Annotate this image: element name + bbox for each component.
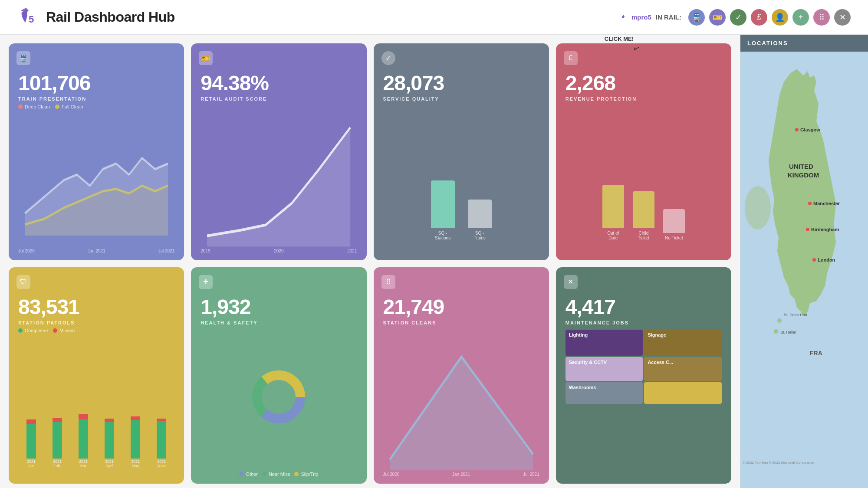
nav-dots-button[interactable]: ⠿ [813, 9, 830, 26]
no-ticket-bar [663, 209, 685, 233]
other-label: Other [246, 472, 258, 477]
missed-label: Missed [59, 328, 75, 333]
legend-missed: Missed [53, 328, 75, 333]
retail-audit-chart [201, 106, 357, 247]
train-presentation-card: 🚆 101,706 TRAIN PRESENTATION Deep Clean … [9, 43, 184, 260]
maintenance-jobs-card: ✕ 4,417 MAINTENANCE JOBS Lighting Signag… [556, 267, 731, 484]
svg-marker-3 [207, 128, 350, 247]
security-cctv-cell: Security & CCTV [566, 357, 643, 381]
svg-marker-7 [390, 357, 533, 470]
svg-text:FRA: FRA [810, 350, 822, 357]
slip-trip-label: Slip/Trip [301, 472, 318, 477]
train-presentation-number: 101,706 [18, 73, 174, 94]
mpro5-label: mpro5 [631, 13, 651, 21]
train-presentation-x-labels: Jul 2020 Jan 2021 Jul 2021 [18, 249, 174, 253]
nav-ticket-button[interactable]: 🎫 [709, 9, 726, 26]
signage-cell: Signage [644, 330, 722, 356]
svg-point-22 [774, 329, 778, 334]
health-safety-card: + 1,932 HEALTH & SAFETY Other [191, 267, 366, 484]
lighting-cell: Lighting [566, 330, 643, 356]
maintenance-jobs-icon: ✕ [564, 275, 578, 289]
maintenance-jobs-number: 4,417 [566, 297, 722, 318]
sq-stations-label: SQ -Stations [435, 231, 450, 240]
cards-row-1: 🚆 101,706 TRAIN PRESENTATION Deep Clean … [9, 43, 731, 260]
legend-full-clean: Full Clean [55, 104, 83, 109]
svg-text:KINGDOM: KINGDOM [788, 171, 819, 179]
svg-point-12 [808, 202, 812, 205]
nav-close-button[interactable]: ✕ [834, 9, 851, 26]
out-of-date-bar-group: Out ofDate [602, 185, 624, 240]
service-quality-number: 28,073 [383, 73, 539, 94]
click-me-tooltip: CLICK ME! [605, 36, 634, 42]
service-quality-card: ✓ 28,073 SERVICE QUALITY SQ -Stations SQ… [374, 43, 549, 260]
retail-audit-label: RETAIL AUDIT SCORE [201, 96, 357, 102]
train-presentation-chart [18, 114, 174, 247]
logo-icon: 5 [17, 6, 40, 29]
main-layout: CLICK ME! ↙ 🚆 101,706 TRAIN PRESENTATION… [0, 35, 868, 488]
sq-stations-bar-group: SQ -Stations [431, 180, 455, 240]
station-cleans-label: STATION CLEANS [383, 320, 539, 325]
service-quality-chart: SQ -Stations SQ -Trains [383, 106, 539, 253]
dashboard-area: CLICK ME! ↙ 🚆 101,706 TRAIN PRESENTATION… [0, 35, 740, 488]
train-presentation-legend: Deep Clean Full Clean [18, 104, 174, 109]
washrooms-cell: Washrooms [566, 382, 643, 404]
station-patrols-chart: 2021Jan. 2021Feb. 20 [18, 337, 174, 477]
no-ticket-label: No Ticket [665, 236, 683, 240]
cards-row-2: 🛡 83,531 STATION PATROLS Completed Misse… [9, 267, 731, 484]
legend-near-miss: Near Miss [262, 472, 290, 477]
svg-text:London: London [818, 257, 835, 262]
completed-label: Completed [25, 328, 48, 333]
station-patrols-legend: Completed Missed [18, 328, 174, 333]
completed-dot [18, 328, 23, 333]
nav-train-button[interactable]: 🚆 [688, 9, 705, 26]
other-maint-cell [644, 382, 722, 404]
service-quality-icon: ✓ [381, 51, 395, 65]
near-miss-dot [262, 472, 266, 476]
svg-text:Glasgow: Glasgow [800, 127, 820, 132]
nav-pound-button[interactable]: £ [751, 9, 767, 26]
out-of-date-label: Out ofDate [607, 231, 619, 240]
legend-deep-clean: Deep Clean [18, 104, 50, 109]
station-patrols-number: 83,531 [18, 297, 174, 318]
station-patrols-label: STATION PATROLS [18, 320, 174, 325]
nav-check-button[interactable]: ✓ [730, 9, 746, 26]
in-rail-label: IN RAIL: [656, 13, 681, 21]
health-safety-donut [201, 325, 357, 469]
patrol-bar-apr: 2021April [105, 419, 114, 468]
station-cleans-icon: ⠿ [381, 275, 395, 289]
legend-other: Other [239, 472, 258, 477]
patrol-bar-mar: 2021Mar. [79, 414, 88, 468]
sq-trains-bar [468, 200, 492, 228]
revenue-protection-icon: £ [564, 51, 578, 65]
svg-text:UNITED: UNITED [789, 163, 813, 170]
revenue-protection-label: REVENUE PROTECTION [566, 96, 722, 102]
svg-point-16 [812, 258, 816, 262]
patrol-bar-feb: 2021Feb. [53, 418, 62, 468]
patrol-bar-may: 2021May [131, 416, 140, 468]
map-container: Glasgow Manchester Birmingham London UNI… [740, 52, 868, 488]
svg-text:Manchester: Manchester [813, 201, 840, 206]
nav-plus-button[interactable]: + [792, 9, 809, 26]
full-clean-label: Full Clean [62, 104, 83, 109]
deep-clean-label: Deep Clean [25, 104, 50, 109]
mpro5-brand: mpro5 [620, 13, 651, 22]
header-left: 5 Rail Dashboard Hub [17, 6, 175, 29]
svg-text:5: 5 [29, 14, 34, 25]
svg-text:St. Peter Port: St. Peter Port [784, 313, 808, 317]
retail-audit-icon: 🎫 [199, 51, 213, 65]
svg-point-14 [806, 228, 809, 231]
revenue-protection-card: £ 2,268 REVENUE PROTECTION Out ofDate Ch… [556, 43, 731, 260]
no-ticket-bar-group: No Ticket [663, 209, 685, 240]
nav-user-button[interactable]: 👤 [772, 9, 788, 26]
station-cleans-number: 21,749 [383, 297, 539, 318]
legend-completed: Completed [18, 328, 48, 333]
out-of-date-bar [602, 185, 624, 228]
retail-audit-card: 🎫 94.38% RETAIL AUDIT SCORE 2019 2020 20… [191, 43, 366, 260]
header-right: mpro5 IN RAIL: 🚆 🎫 ✓ £ 👤 + ⠿ ✕ [620, 9, 851, 26]
maintenance-treemap: Lighting Signage Security & CCTV Access … [566, 330, 722, 477]
health-safety-icon: + [199, 275, 213, 289]
near-miss-label: Near Miss [269, 472, 290, 477]
station-patrols-icon: 🛡 [16, 275, 30, 289]
train-presentation-label: TRAIN PRESENTATION [18, 96, 174, 102]
station-patrols-card: 🛡 83,531 STATION PATROLS Completed Misse… [9, 267, 184, 484]
